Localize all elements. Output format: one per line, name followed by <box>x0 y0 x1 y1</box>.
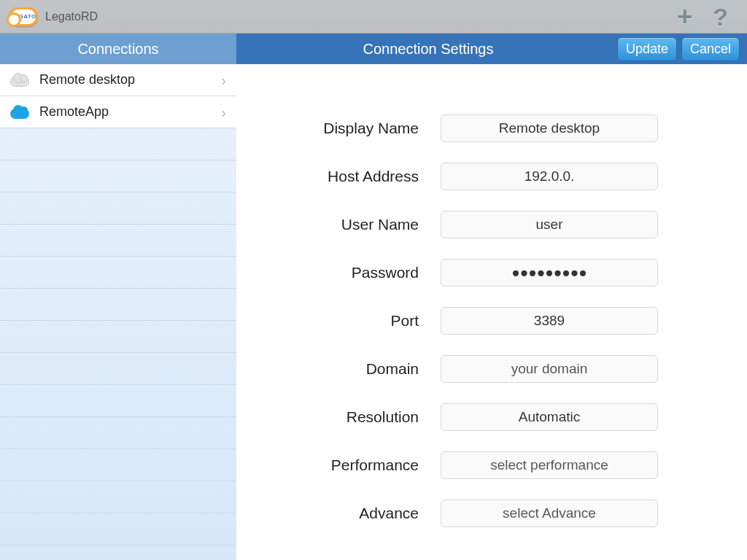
resolution-select[interactable]: Automatic <box>441 403 658 431</box>
cloud-icon <box>7 72 32 88</box>
header-row: Connections Connection Settings Update C… <box>0 34 747 64</box>
connection-form: Display Name Remote desktop Host Address… <box>236 64 747 537</box>
sidebar-header: Connections <box>0 34 236 64</box>
main-header: Connection Settings Update Cancel <box>236 34 747 64</box>
host-address-field[interactable]: 192.0.0. <box>441 163 658 190</box>
performance-select[interactable]: select performance <box>441 451 658 479</box>
port-field[interactable]: 3389 <box>441 307 658 335</box>
app-logo: LEGATO <box>9 7 38 26</box>
performance-label: Performance <box>236 456 441 474</box>
advance-select[interactable]: select Advance <box>441 499 658 527</box>
cancel-button[interactable]: Cancel <box>681 37 740 61</box>
top-bar: LEGATO LegatoRD + ? <box>0 0 747 34</box>
connection-item-remote-desktop[interactable]: Remote desktop › <box>0 64 236 96</box>
sidebar: Remote desktop › RemoteApp › <box>0 64 236 560</box>
user-name-field[interactable]: user <box>441 211 658 238</box>
connection-label: RemoteApp <box>39 104 221 120</box>
port-label: Port <box>236 312 441 330</box>
resolution-label: Resolution <box>236 408 441 426</box>
page-title: Connection Settings <box>244 41 613 58</box>
host-address-label: Host Address <box>236 168 441 185</box>
user-name-label: User Name <box>236 216 441 233</box>
main-panel: Display Name Remote desktop Host Address… <box>236 64 747 560</box>
chevron-right-icon: › <box>221 73 226 88</box>
password-label: Password <box>236 264 441 281</box>
connection-item-remoteapp[interactable]: RemoteApp › <box>0 96 236 128</box>
help-icon[interactable]: ? <box>703 4 738 29</box>
chevron-right-icon: › <box>221 105 226 120</box>
app-title: LegatoRD <box>45 10 98 23</box>
update-button[interactable]: Update <box>617 37 677 61</box>
display-name-field[interactable]: Remote desktop <box>441 114 658 142</box>
add-icon[interactable]: + <box>667 4 703 30</box>
password-field[interactable]: ●●●●●●●●● <box>441 259 658 287</box>
sidebar-background <box>0 128 236 560</box>
domain-label: Domain <box>236 360 441 378</box>
advance-label: Advance <box>236 505 441 522</box>
connection-label: Remote desktop <box>39 72 221 88</box>
domain-field[interactable]: your domain <box>441 355 658 383</box>
cloud-icon <box>7 104 32 120</box>
display-name-label: Display Name <box>236 120 441 137</box>
